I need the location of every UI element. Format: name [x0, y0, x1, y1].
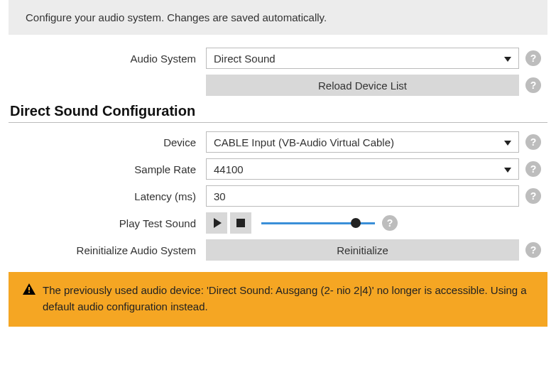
stop-icon — [236, 219, 245, 227]
section-title: Direct Sound Configuration — [9, 103, 547, 119]
audio-system-value: Direct Sound — [214, 53, 276, 65]
play-icon — [214, 218, 222, 228]
help-icon[interactable]: ? — [525, 161, 541, 177]
audio-system-select[interactable]: Direct Sound — [206, 48, 519, 69]
sample-rate-label: Sample Rate — [9, 163, 206, 175]
svg-rect-1 — [28, 292, 30, 293]
intro-text: Configure your audio system. Changes are… — [26, 11, 327, 23]
help-icon[interactable]: ? — [525, 77, 541, 93]
svg-rect-0 — [28, 287, 30, 290]
help-icon[interactable]: ? — [525, 242, 541, 258]
play-button[interactable] — [206, 212, 227, 234]
direct-sound-config: Device CABLE Input (VB-Audio Virtual Cab… — [9, 131, 547, 261]
help-icon[interactable]: ? — [525, 134, 541, 150]
audio-system-label: Audio System — [9, 53, 206, 65]
divider — [9, 122, 547, 123]
warning-text: The previously used audio device: 'Direc… — [43, 282, 533, 315]
reload-device-list-button[interactable]: Reload Device List — [206, 75, 519, 96]
device-label: Device — [9, 136, 206, 148]
audio-system-group: Audio System Direct Sound ? Reload Devic… — [9, 48, 547, 96]
reinit-label: Reinitialize Audio System — [9, 244, 206, 256]
help-icon[interactable]: ? — [525, 188, 541, 204]
latency-input[interactable] — [206, 185, 519, 207]
stop-button[interactable] — [230, 212, 251, 234]
warning-banner: The previously used audio device: 'Direc… — [9, 272, 547, 327]
help-icon[interactable]: ? — [525, 50, 541, 66]
intro-banner: Configure your audio system. Changes are… — [9, 0, 547, 35]
latency-label: Latency (ms) — [9, 190, 206, 202]
help-icon[interactable]: ? — [382, 215, 398, 231]
reinitialize-button[interactable]: Reinitialize — [206, 239, 519, 261]
device-value: CABLE Input (VB-Audio Virtual Cable) — [214, 136, 394, 148]
play-test-sound-label: Play Test Sound — [9, 217, 206, 229]
sample-rate-select[interactable]: 44100 — [206, 158, 519, 180]
slider-thumb[interactable] — [351, 218, 361, 228]
device-select[interactable]: CABLE Input (VB-Audio Virtual Cable) — [206, 131, 519, 153]
volume-slider[interactable] — [261, 212, 375, 234]
warning-icon — [23, 283, 36, 295]
sample-rate-value: 44100 — [214, 163, 244, 175]
